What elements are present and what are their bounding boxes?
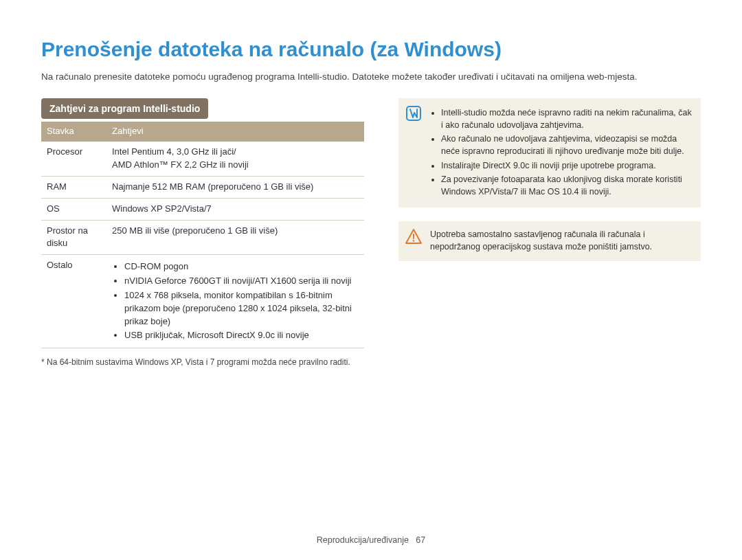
info-callout: Intelli-studio možda neće ispravno radit… [398,98,701,208]
left-column: Zahtjevi za program Intelli-studio Stavk… [41,98,364,368]
cell-label: Procesor [41,142,106,176]
cell-value: CD-ROM pogon nVIDIA Geforce 7600GT ili n… [106,255,364,348]
list-item: 1024 x 768 piksela, monitor kompatibilan… [124,289,359,328]
cell-label: OS [41,198,106,220]
page-footer: Reprodukcija/uređivanje 67 [0,534,742,546]
cell-label: RAM [41,176,106,198]
info-icon [405,105,422,122]
right-column: Intelli-studio možda neće ispravno radit… [398,98,701,368]
footnote: * Na 64-bitnim sustavima Windows XP, Vis… [41,357,364,368]
info-list: Intelli-studio možda neće ispravno radit… [430,105,693,199]
table-row: RAM Najmanje 512 MB RAM (preporučeno 1 G… [41,176,364,198]
page-title: Prenošenje datoteka na računalo (za Wind… [41,34,701,65]
cpu-line1: Intel Pentium 4, 3,0 GHz ili jači/ [112,146,359,159]
warning-callout: Upotreba samostalno sastavljenog računal… [398,221,701,261]
list-item: Za povezivanje fotoaparata kao uklonjivo… [441,173,693,198]
table-header-item: Stavka [41,122,106,142]
cell-label: Ostalo [41,255,106,348]
cell-label: Prostor na disku [41,220,106,255]
intro-text: Na računalo prenesite datoteke pomoću ug… [41,70,701,84]
cell-value: Windows XP SP2/Vista/7 [106,198,364,220]
warning-text: Upotreba samostalno sastavljenog računal… [430,228,693,253]
footer-page-number: 67 [416,535,425,545]
list-item: Intelli-studio možda neće ispravno radit… [441,107,693,131]
table-header-req: Zahtjevi [106,122,364,142]
list-item: nVIDIA Geforce 7600GT ili noviji/ATI X16… [124,275,359,288]
section-heading: Zahtjevi za program Intelli-studio [41,98,208,119]
requirements-table: Stavka Zahtjevi Procesor Intel Pentium 4… [41,122,364,348]
table-row: Procesor Intel Pentium 4, 3,0 GHz ili ja… [41,142,364,176]
list-item: Instalirajte DirectX 9.0c ili noviji pri… [441,159,693,172]
list-item: USB priključak, Microsoft DirectX 9.0c i… [124,329,359,342]
cell-value: Intel Pentium 4, 3,0 GHz ili jači/ AMD A… [106,142,364,176]
footer-section: Reprodukcija/uređivanje [317,535,409,545]
content-columns: Zahtjevi za program Intelli-studio Stavk… [41,98,701,368]
svg-point-2 [413,240,415,242]
cpu-line2: AMD Athlon™ FX 2,2 GHz ili noviji [112,159,359,172]
list-item: Ako računalo ne udovoljava zahtjevima, v… [441,133,693,157]
table-row: OS Windows XP SP2/Vista/7 [41,198,364,220]
cell-value: Najmanje 512 MB RAM (preporučeno 1 GB il… [106,176,364,198]
cell-value: 250 MB ili više (preporučeno 1 GB ili vi… [106,220,364,255]
list-item: CD-ROM pogon [124,260,359,273]
table-row: Prostor na disku 250 MB ili više (prepor… [41,220,364,255]
table-row: Ostalo CD-ROM pogon nVIDIA Geforce 7600G… [41,255,364,348]
warning-icon [405,228,422,245]
